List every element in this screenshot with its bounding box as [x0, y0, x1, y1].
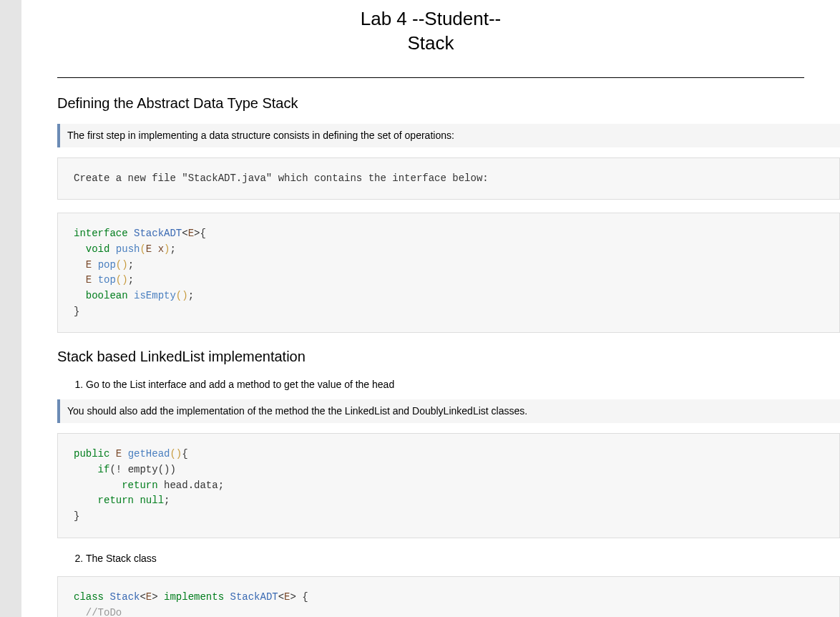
callout-text-2: You should also add the implementation o…: [67, 405, 527, 417]
page-title: Lab 4 --Student-- Stack: [36, 7, 826, 56]
content: Defining the Abstract Data Type Stack Th…: [21, 92, 840, 617]
callout-text: The first step in implementing a data st…: [67, 130, 454, 141]
title-rule: [57, 77, 804, 78]
document-page: Lab 4 --Student-- Stack Defining the Abs…: [21, 0, 840, 617]
step-2: The Stack class: [86, 551, 840, 566]
title-block: Lab 4 --Student-- Stack: [21, 7, 840, 70]
codeblock-stackclass: class Stack<E> implements StackADT<E> { …: [57, 576, 840, 617]
section-heading-adt: Defining the Abstract Data Type Stack: [57, 92, 840, 114]
steps-list: Go to the List interface and add a metho…: [57, 377, 840, 392]
title-line-1: Lab 4 --Student--: [361, 8, 502, 29]
section-heading-linkedlist: Stack based LinkedList implementation: [57, 346, 840, 367]
step-1: Go to the List interface and add a metho…: [86, 377, 840, 392]
steps-list-2: The Stack class: [57, 551, 840, 566]
callout-impl-method: You should also add the implementation o…: [57, 399, 840, 423]
callout-define-ops: The first step in implementing a data st…: [57, 124, 840, 147]
codeblock-stackadt: interface StackADT<E>{ void push(E x); E…: [57, 213, 840, 333]
code-text: Create a new file "StackADT.java" which …: [74, 173, 489, 184]
codeblock-gethead: public E getHead(){ if(! empty()) return…: [57, 433, 840, 538]
codeblock-instruction: Create a new file "StackADT.java" which …: [57, 157, 840, 200]
title-line-2: Stack: [407, 32, 454, 54]
